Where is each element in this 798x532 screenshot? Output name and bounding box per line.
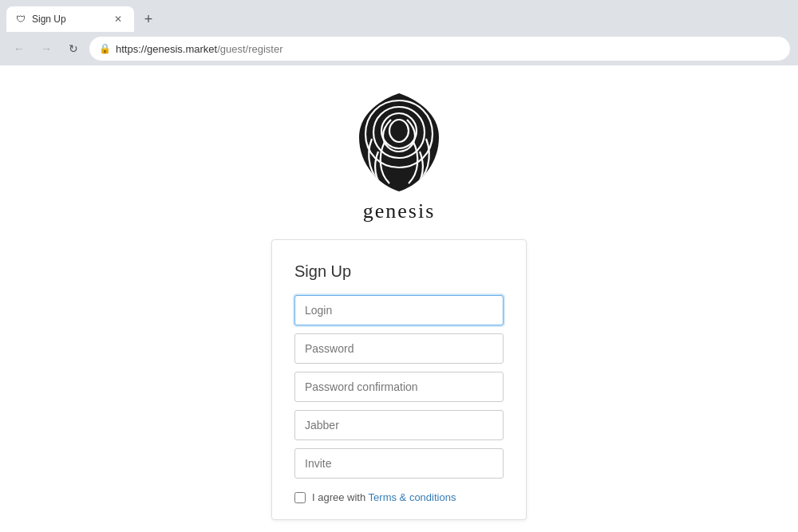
new-tab-button[interactable]: + [137,8,160,30]
logo-section: genesis [351,89,447,223]
tab-favicon: 🛡 [16,14,27,25]
terms-text: I agree with Terms & conditions [312,491,456,503]
tab-close-button[interactable]: ✕ [112,13,124,26]
url-path: /guest/register [217,43,282,55]
signup-title: Sign Up [294,262,504,281]
terms-link[interactable]: Terms & conditions [369,491,456,503]
tab-bar: 🛡 Sign Up ✕ + [0,0,798,32]
tab-title: Sign Up [32,14,107,25]
address-bar[interactable]: 🔒 https://genesis.market/guest/register [89,37,790,61]
address-bar-row: ← → ↻ 🔒 https://genesis.market/guest/reg… [0,32,798,65]
back-button[interactable]: ← [8,37,30,60]
jabber-input[interactable] [294,410,504,440]
signup-card: Sign Up I agree with Terms & conditions [271,239,527,520]
brand-name: genesis [363,199,436,223]
terms-row: I agree with Terms & conditions [294,491,504,503]
active-tab[interactable]: 🛡 Sign Up ✕ [6,6,134,32]
invite-input[interactable] [294,448,504,479]
browser-chrome: 🛡 Sign Up ✕ + ← → ↻ 🔒 https://genesis.ma… [0,0,798,65]
url-domain: https://genesis.market [116,43,217,55]
url-display: https://genesis.market/guest/register [116,43,283,55]
lock-icon: 🔒 [99,43,111,54]
password-confirmation-input[interactable] [294,372,504,402]
page-content: genesis Sign Up I agree with Terms & con… [0,65,798,532]
fingerprint-logo [351,89,447,193]
login-input[interactable] [294,295,504,325]
forward-button[interactable]: → [35,37,57,60]
password-input[interactable] [294,333,504,364]
reload-button[interactable]: ↻ [62,37,85,60]
terms-checkbox[interactable] [294,492,306,503]
